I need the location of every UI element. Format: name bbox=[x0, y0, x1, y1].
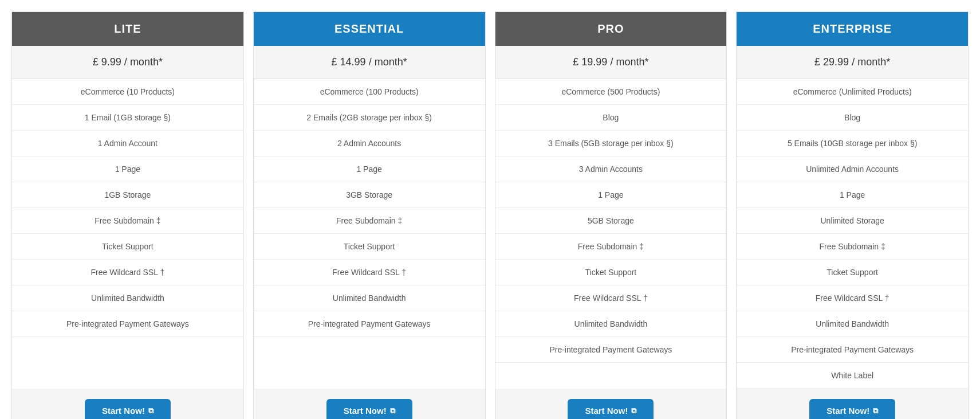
plan-feature-enterprise-7: Ticket Support bbox=[737, 260, 968, 285]
plan-feature-pro-8: Free Wildcard SSL † bbox=[495, 285, 727, 311]
plan-feature-lite-8: Unlimited Bandwidth bbox=[12, 285, 243, 311]
plan-feature-essential-7: Free Wildcard SSL † bbox=[254, 260, 485, 285]
external-link-icon: ⧉ bbox=[873, 406, 878, 416]
plan-feature-lite-0: eCommerce (10 Products) bbox=[12, 79, 243, 105]
plan-feature-essential-3: 1 Page bbox=[254, 156, 485, 182]
external-link-icon: ⧉ bbox=[631, 406, 636, 416]
plan-feature-lite-1: 1 Email (1GB storage §) bbox=[12, 105, 243, 131]
plan-feature-pro-0: eCommerce (500 Products) bbox=[495, 79, 727, 105]
plan-feature-enterprise-3: Unlimited Admin Accounts bbox=[737, 156, 968, 182]
plan-feature-lite-3: 1 Page bbox=[12, 156, 243, 182]
plan-feature-essential-1: 2 Emails (2GB storage per inbox §) bbox=[254, 105, 485, 131]
plan-feature-lite-2: 1 Admin Account bbox=[12, 131, 243, 156]
plan-feature-enterprise-8: Free Wildcard SSL † bbox=[737, 285, 968, 311]
start-button-enterprise[interactable]: Start Now! ⧉ bbox=[809, 399, 895, 419]
plan-card-lite: LITE£ 9.99 / month*eCommerce (10 Product… bbox=[11, 11, 244, 419]
plan-price-enterprise: £ 29.99 / month* bbox=[737, 46, 968, 79]
plan-feature-enterprise-9: Unlimited Bandwidth bbox=[737, 311, 968, 337]
plan-feature-essential-9: Pre-integrated Payment Gateways bbox=[254, 311, 485, 337]
plan-feature-pro-5: 5GB Storage bbox=[495, 208, 727, 234]
plan-feature-pro-1: Blog bbox=[495, 105, 727, 131]
plan-feature-essential-5: Free Subdomain ‡ bbox=[254, 208, 485, 234]
plan-feature-lite-9: Pre-integrated Payment Gateways bbox=[12, 311, 243, 337]
start-button-lite[interactable]: Start Now! ⧉ bbox=[85, 399, 171, 419]
plan-feature-essential-2: 2 Admin Accounts bbox=[254, 131, 485, 156]
plan-feature-enterprise-4: 1 Page bbox=[737, 182, 968, 208]
plan-feature-pro-10: Pre-integrated Payment Gateways bbox=[495, 337, 727, 363]
plan-feature-pro-2: 3 Emails (5GB storage per inbox §) bbox=[495, 131, 727, 156]
plan-price-pro: £ 19.99 / month* bbox=[495, 46, 727, 79]
plan-feature-lite-4: 1GB Storage bbox=[12, 182, 243, 208]
plan-footer-lite: Start Now! ⧉ bbox=[12, 389, 243, 419]
plan-feature-enterprise-11: White Label bbox=[737, 363, 968, 389]
start-button-pro[interactable]: Start Now! ⧉ bbox=[568, 399, 654, 419]
plan-feature-pro-9: Unlimited Bandwidth bbox=[495, 311, 727, 337]
plan-card-pro: PRO£ 19.99 / month*eCommerce (500 Produc… bbox=[495, 11, 727, 419]
plan-feature-essential-4: 3GB Storage bbox=[254, 182, 485, 208]
plan-card-enterprise: ENTERPRISE£ 29.99 / month*eCommerce (Unl… bbox=[736, 11, 969, 419]
plan-feature-enterprise-10: Pre-integrated Payment Gateways bbox=[737, 337, 968, 363]
start-button-essential[interactable]: Start Now! ⧉ bbox=[326, 399, 412, 419]
pricing-grid: LITE£ 9.99 / month*eCommerce (10 Product… bbox=[11, 11, 969, 419]
plan-footer-enterprise: Start Now! ⧉ bbox=[737, 389, 968, 419]
plan-feature-enterprise-2: 5 Emails (10GB storage per inbox §) bbox=[737, 131, 968, 156]
plan-card-essential: ESSENTIAL£ 14.99 / month*eCommerce (100 … bbox=[253, 11, 486, 419]
plan-header-lite: LITE bbox=[12, 12, 243, 46]
plan-feature-pro-6: Free Subdomain ‡ bbox=[495, 234, 727, 260]
plan-feature-lite-6: Ticket Support bbox=[12, 234, 243, 260]
plan-feature-enterprise-6: Free Subdomain ‡ bbox=[737, 234, 968, 260]
plan-feature-enterprise-1: Blog bbox=[737, 105, 968, 131]
plan-feature-enterprise-5: Unlimited Storage bbox=[737, 208, 968, 234]
plan-feature-pro-3: 3 Admin Accounts bbox=[495, 156, 727, 182]
plan-header-essential: ESSENTIAL bbox=[254, 12, 485, 46]
plan-feature-lite-7: Free Wildcard SSL † bbox=[12, 260, 243, 285]
plan-footer-pro: Start Now! ⧉ bbox=[495, 389, 727, 419]
plan-feature-enterprise-0: eCommerce (Unlimited Products) bbox=[737, 79, 968, 105]
plan-feature-essential-8: Unlimited Bandwidth bbox=[254, 285, 485, 311]
plan-feature-pro-7: Ticket Support bbox=[495, 260, 727, 285]
plan-footer-essential: Start Now! ⧉ bbox=[254, 389, 485, 419]
plan-feature-essential-6: Ticket Support bbox=[254, 234, 485, 260]
plan-header-pro: PRO bbox=[495, 12, 727, 46]
plan-price-lite: £ 9.99 / month* bbox=[12, 46, 243, 79]
plan-feature-lite-5: Free Subdomain ‡ bbox=[12, 208, 243, 234]
plan-feature-essential-0: eCommerce (100 Products) bbox=[254, 79, 485, 105]
plan-header-enterprise: ENTERPRISE bbox=[737, 12, 968, 46]
plan-price-essential: £ 14.99 / month* bbox=[254, 46, 485, 79]
external-link-icon: ⧉ bbox=[148, 406, 154, 416]
external-link-icon: ⧉ bbox=[390, 406, 395, 416]
plan-feature-pro-4: 1 Page bbox=[495, 182, 727, 208]
